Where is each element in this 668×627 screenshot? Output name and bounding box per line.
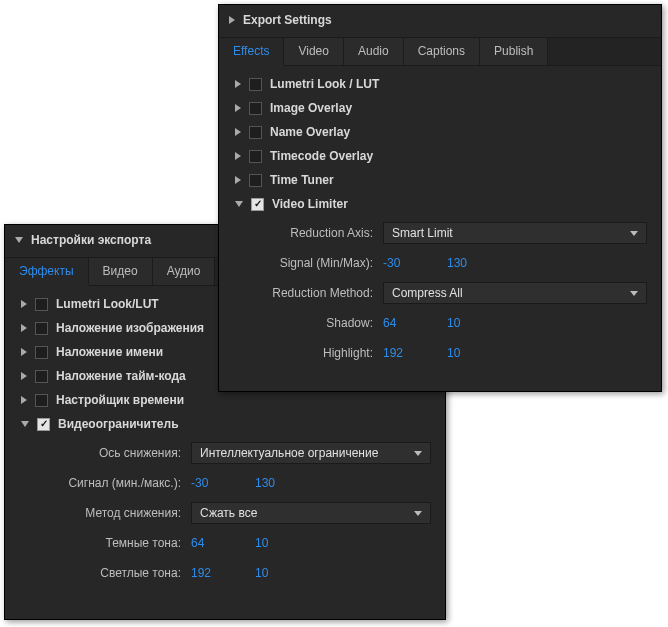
signal-max[interactable]: 130 xyxy=(255,476,291,490)
checkbox[interactable] xyxy=(35,322,48,335)
checkbox[interactable] xyxy=(35,298,48,311)
effect-label: Наложение имени xyxy=(56,345,163,359)
section-header[interactable]: Export Settings xyxy=(219,5,661,38)
param-signal: Signal (Min/Max): -30 130 xyxy=(255,248,655,278)
chevron-down-icon xyxy=(414,511,422,516)
effect-label: Видеоограничитель xyxy=(58,417,179,431)
chevron-down-icon xyxy=(235,201,243,207)
effect-row[interactable]: Image Overlay xyxy=(225,96,655,120)
dropdown-value: Compress All xyxy=(392,286,463,300)
param-reduction-axis: Reduction Axis: Smart Limit xyxy=(255,218,655,248)
dropdown-value: Интеллектуальное ограничение xyxy=(200,446,378,460)
shadow-a[interactable]: 64 xyxy=(191,536,227,550)
chevron-right-icon xyxy=(235,128,241,136)
highlight-b[interactable]: 10 xyxy=(447,346,483,360)
reduction-method-dropdown[interactable]: Compress All xyxy=(383,282,647,304)
section-title: Настройки экспорта xyxy=(31,233,151,247)
checkbox[interactable] xyxy=(35,370,48,383)
effect-row[interactable]: Timecode Overlay xyxy=(225,144,655,168)
shadow-b[interactable]: 10 xyxy=(447,316,483,330)
effect-label: Наложение тайм-кода xyxy=(56,369,186,383)
param-highlight: Светлые тона: 192 10 xyxy=(41,558,439,588)
effect-label: Video Limiter xyxy=(272,197,348,211)
param-shadow: Темные тона: 64 10 xyxy=(41,528,439,558)
video-limiter-params: Ось снижения: Интеллектуальное ограничен… xyxy=(11,436,439,592)
tab-audio[interactable]: Аудио xyxy=(153,258,216,285)
shadow-a[interactable]: 64 xyxy=(383,316,419,330)
chevron-down-icon xyxy=(630,231,638,236)
param-reduction-method: Reduction Method: Compress All xyxy=(255,278,655,308)
signal-min[interactable]: -30 xyxy=(191,476,227,490)
checkbox[interactable] xyxy=(249,126,262,139)
tabs: Effects Video Audio Captions Publish xyxy=(219,38,661,66)
checkbox[interactable] xyxy=(37,418,50,431)
effect-label: Name Overlay xyxy=(270,125,350,139)
tab-captions[interactable]: Captions xyxy=(404,38,480,65)
tab-video[interactable]: Видео xyxy=(89,258,153,285)
tab-audio[interactable]: Audio xyxy=(344,38,404,65)
chevron-right-icon xyxy=(235,80,241,88)
checkbox[interactable] xyxy=(249,78,262,91)
chevron-right-icon xyxy=(21,396,27,404)
param-shadow: Shadow: 64 10 xyxy=(255,308,655,338)
chevron-right-icon xyxy=(235,104,241,112)
effect-row[interactable]: Video Limiter xyxy=(225,192,655,216)
reduction-method-dropdown[interactable]: Сжать все xyxy=(191,502,431,524)
checkbox[interactable] xyxy=(249,174,262,187)
param-label: Светлые тона: xyxy=(41,566,181,580)
param-label: Signal (Min/Max): xyxy=(255,256,373,270)
effect-label: Наложение изображения xyxy=(56,321,204,335)
chevron-down-icon xyxy=(414,451,422,456)
param-label: Метод снижения: xyxy=(41,506,181,520)
export-settings-panel-en: Export Settings Effects Video Audio Capt… xyxy=(218,4,662,392)
param-reduction-method: Метод снижения: Сжать все xyxy=(41,498,439,528)
param-label: Reduction Axis: xyxy=(255,226,373,240)
reduction-axis-dropdown[interactable]: Smart Limit xyxy=(383,222,647,244)
highlight-b[interactable]: 10 xyxy=(255,566,291,580)
param-signal: Сигнал (мин./макс.): -30 130 xyxy=(41,468,439,498)
chevron-right-icon xyxy=(21,348,27,356)
param-reduction-axis: Ось снижения: Интеллектуальное ограничен… xyxy=(41,438,439,468)
tab-publish[interactable]: Publish xyxy=(480,38,548,65)
chevron-down-icon xyxy=(630,291,638,296)
checkbox[interactable] xyxy=(249,150,262,163)
chevron-right-icon xyxy=(21,324,27,332)
section-title: Export Settings xyxy=(243,13,332,27)
dropdown-value: Smart Limit xyxy=(392,226,453,240)
effect-label: Lumetri Look/LUT xyxy=(56,297,159,311)
checkbox[interactable] xyxy=(35,394,48,407)
param-label: Ось снижения: xyxy=(41,446,181,460)
effects-list: Lumetri Look / LUT Image Overlay Name Ov… xyxy=(219,66,661,382)
tab-effects[interactable]: Effects xyxy=(219,38,284,66)
param-label: Сигнал (мин./макс.): xyxy=(41,476,181,490)
param-label: Темные тона: xyxy=(41,536,181,550)
chevron-down-icon xyxy=(21,421,29,427)
chevron-right-icon xyxy=(229,16,235,24)
reduction-axis-dropdown[interactable]: Интеллектуальное ограничение xyxy=(191,442,431,464)
chevron-down-icon xyxy=(15,237,23,243)
checkbox[interactable] xyxy=(251,198,264,211)
effect-row[interactable]: Lumetri Look / LUT xyxy=(225,72,655,96)
checkbox[interactable] xyxy=(35,346,48,359)
signal-min[interactable]: -30 xyxy=(383,256,419,270)
tab-effects[interactable]: Эффекты xyxy=(5,258,89,286)
effect-label: Time Tuner xyxy=(270,173,334,187)
tab-video[interactable]: Video xyxy=(284,38,343,65)
effect-row[interactable]: Видеоограничитель xyxy=(11,412,439,436)
param-label: Shadow: xyxy=(255,316,373,330)
chevron-right-icon xyxy=(235,176,241,184)
effect-row[interactable]: Time Tuner xyxy=(225,168,655,192)
chevron-right-icon xyxy=(21,372,27,380)
param-label: Highlight: xyxy=(255,346,373,360)
checkbox[interactable] xyxy=(249,102,262,115)
shadow-b[interactable]: 10 xyxy=(255,536,291,550)
highlight-a[interactable]: 192 xyxy=(383,346,419,360)
signal-max[interactable]: 130 xyxy=(447,256,483,270)
param-highlight: Highlight: 192 10 xyxy=(255,338,655,368)
effect-label: Timecode Overlay xyxy=(270,149,373,163)
highlight-a[interactable]: 192 xyxy=(191,566,227,580)
effect-row[interactable]: Name Overlay xyxy=(225,120,655,144)
effect-label: Lumetri Look / LUT xyxy=(270,77,379,91)
param-label: Reduction Method: xyxy=(255,286,373,300)
chevron-right-icon xyxy=(21,300,27,308)
